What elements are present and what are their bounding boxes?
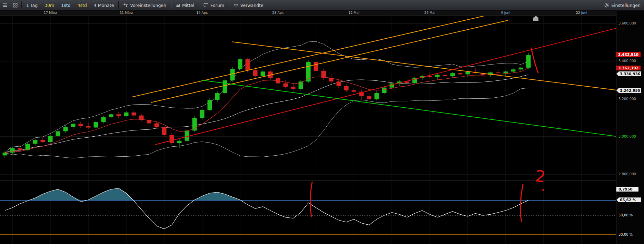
- fast-ma-line: [5, 68, 528, 153]
- rsi-indicator-chart[interactable]: [0, 181, 616, 244]
- toolbar-separator: [229, 1, 229, 9]
- date-label: 12 Mai: [348, 11, 359, 14]
- date-axis[interactable]: 17 März31 März14 Apr.28 Apr.12 Mai26 Mai…: [0, 10, 616, 16]
- price-badge-white: 3.242,955: [616, 88, 641, 93]
- indicator-value-badge: 0,7950: [616, 187, 638, 192]
- trading-app-window: 1 Tag 30m 1std 4std 4 Monate Voreinstell…: [0, 0, 644, 244]
- toolbar: 1 Tag 30m 1std 4std 4 Monate Voreinstell…: [0, 0, 644, 11]
- main-chart[interactable]: [0, 16, 616, 181]
- grid-layer: [0, 16, 616, 181]
- orange-ascending-trendline-1[interactable]: [132, 16, 489, 97]
- price-badge-red: 3.432,510: [616, 52, 641, 57]
- hand-drawn-2-annotation: 2: [534, 168, 546, 185]
- price-badge-white: 3.330,936: [616, 71, 641, 76]
- forum-label: Forum: [210, 3, 224, 8]
- date-label: 28 Apr.: [272, 11, 284, 14]
- bar-chart-icon: [176, 3, 180, 7]
- preset-1std-button[interactable]: 1std: [58, 0, 74, 10]
- hand-drawn-stroke: [310, 182, 312, 217]
- sliders-icon: [123, 3, 128, 7]
- mittel-label: Mittel: [182, 3, 194, 8]
- date-label: 9 Juni: [501, 11, 511, 14]
- timeframe-button[interactable]: 1 Tag: [23, 0, 41, 10]
- layout-grid-button[interactable]: [10, 0, 20, 10]
- date-label: 22 Juni: [576, 11, 587, 14]
- verwandte-button[interactable]: Verwandte: [230, 0, 267, 10]
- preset-30m-button[interactable]: 30m: [41, 0, 58, 10]
- date-label: 14 Apr.: [196, 11, 208, 14]
- price-axis[interactable]: 3.600,0003.400,0003.200,0003.000,0002.80…: [616, 10, 644, 244]
- toolbar-separator: [21, 1, 22, 9]
- timeframe-label: 1 Tag: [26, 3, 38, 8]
- price-axis-label: 3.600,000: [618, 21, 636, 25]
- menu-button[interactable]: [0, 0, 10, 10]
- verwandte-label: Verwandte: [240, 3, 264, 8]
- einstellungen-button[interactable]: Einstellungen: [601, 0, 644, 10]
- rsi-threshold-badge: 65,62 %: [616, 197, 641, 202]
- range-button[interactable]: 4 Monate: [90, 0, 118, 10]
- panel-divider[interactable]: [0, 180, 616, 181]
- date-label: 17 März: [44, 11, 57, 14]
- related-icon: [234, 3, 238, 7]
- orange-ascending-trendline-2[interactable]: [151, 20, 508, 103]
- voreinstellungen-button[interactable]: Voreinstellungen: [120, 0, 170, 10]
- speech-bubble-icon: [204, 3, 208, 7]
- upper-band-line: [5, 41, 528, 153]
- price-axis-label: 3.000,000: [618, 135, 636, 138]
- menu-icon: [3, 3, 8, 7]
- hand-drawn-dot-annotation: [542, 189, 544, 191]
- toolbar-separator: [171, 1, 171, 9]
- grid-icon: [13, 3, 18, 8]
- forum-button[interactable]: Forum: [200, 0, 228, 10]
- mittel-button[interactable]: Mittel: [172, 0, 198, 10]
- rsi-mid-label: 50,00 %: [618, 213, 633, 217]
- price-axis-label: 2.800,000: [618, 172, 636, 176]
- toolbar-separator: [199, 1, 199, 9]
- price-axis-label: 3.200,000: [618, 97, 636, 101]
- rsi-overbought-fill: [5, 188, 528, 201]
- toolbar-separator: [118, 1, 119, 9]
- preset-4std-button[interactable]: 4std: [74, 0, 90, 10]
- voreinstellungen-label: Voreinstellungen: [130, 3, 166, 8]
- rsi-low-label: 30,00 %: [618, 233, 633, 236]
- price-badge-red: 3.362,192: [616, 66, 641, 70]
- hand-drawn-stroke: [531, 48, 538, 73]
- rsi-line: [5, 188, 528, 229]
- date-label: 31 März: [120, 11, 133, 14]
- lower-band-line: [5, 88, 528, 158]
- candles-layer: [3, 53, 531, 158]
- date-label: 26 Mai: [424, 11, 435, 14]
- einstellungen-label: Einstellungen: [611, 3, 641, 8]
- green-descending-trendline[interactable]: [201, 80, 616, 136]
- price-axis-label: 3.400,000: [618, 59, 636, 63]
- gear-icon: [604, 3, 609, 8]
